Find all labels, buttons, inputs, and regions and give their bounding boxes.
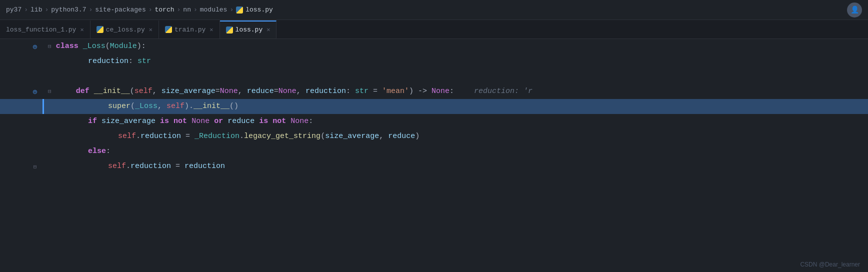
line-icons-4: ◎ (28, 84, 42, 99)
tabs-bar: loss_function_1.py ✕ ce_loss.py ✕ train.… (0, 20, 868, 39)
code-editor: ◎ ⊟ class _Loss(Module): reduction: str (0, 39, 868, 272)
line-content-3 (44, 69, 868, 84)
line-number-8 (0, 144, 28, 159)
line-icons-1: ◎ (28, 39, 42, 54)
user-avatar: 👤 (847, 2, 862, 18)
line-content-2: reduction: str (44, 54, 868, 69)
line-icons-6 (28, 114, 42, 129)
py-icon-train (165, 26, 172, 33)
line-content-9: self.reduction = reduction (44, 159, 868, 174)
tab-label-loss: loss.py (236, 26, 263, 34)
line-icons-2 (28, 54, 42, 69)
breadcrumb-torch[interactable]: torch (155, 6, 174, 14)
py-icon-ce (96, 26, 104, 33)
tab-close-train[interactable]: ✕ (210, 26, 213, 34)
tab-close-ce[interactable]: ✕ (149, 26, 152, 34)
line-content-5: super(_Loss, self).__init__() (44, 99, 868, 114)
line-content-1: ⊟ class _Loss(Module): (44, 39, 868, 54)
line-content-8: else: (44, 144, 868, 159)
line-content-7: self.reduction = _Reduction.legacy_get_s… (44, 129, 868, 144)
line-icons-5 (28, 99, 42, 114)
eye-icon-4[interactable]: ◎ (33, 88, 37, 96)
tab-close-loss[interactable]: ✕ (266, 26, 270, 34)
tab-loss[interactable]: loss.py ✕ (220, 20, 277, 38)
code-line-9: ⊟ self.reduction = reduction (0, 159, 868, 174)
tab-label-ce: ce_loss.py (106, 26, 145, 34)
breadcrumb-loss-py[interactable]: loss.py (246, 6, 273, 14)
tab-label: loss_function_1.py (6, 26, 76, 34)
py-icon-loss (226, 26, 233, 34)
tab-loss-function[interactable]: loss_function_1.py ✕ (0, 20, 90, 38)
tab-label-train: train.py (174, 26, 206, 34)
line-number-3 (0, 69, 28, 84)
code-line-2: reduction: str (0, 54, 868, 69)
tab-train[interactable]: train.py ✕ (159, 20, 220, 38)
line-content-6: if size_average is not None or reduce is… (44, 114, 868, 129)
fold-icon-4[interactable]: ⊟ (48, 86, 52, 97)
tab-ce-loss[interactable]: ce_loss.py ✕ (90, 20, 159, 38)
fold-icon-1[interactable]: ⊟ (48, 41, 52, 52)
eye-icon-1[interactable]: ◎ (33, 42, 37, 50)
code-area: ◎ ⊟ class _Loss(Module): reduction: str (0, 39, 868, 174)
line-icons-8 (28, 144, 42, 159)
line-icons-3 (28, 69, 42, 84)
code-line-8: else: (0, 144, 868, 159)
breadcrumb-py37[interactable]: py37 (6, 6, 22, 14)
code-line-6: if size_average is not None or reduce is… (0, 114, 868, 129)
line-number-1 (0, 39, 28, 54)
code-line-5: super(_Loss, self).__init__() (0, 99, 868, 114)
breadcrumb: py37 › lib › python3.7 › site-packages ›… (0, 0, 868, 20)
watermark: CSDN @Dear_learner (800, 261, 860, 268)
line-icons-7 (28, 129, 42, 144)
line-number-2 (0, 54, 28, 69)
fold-icon-9[interactable]: ⊟ (34, 164, 37, 170)
python-file-icon (236, 6, 243, 14)
line-number-9 (0, 159, 28, 174)
line-number-7 (0, 129, 28, 144)
code-line-3 (0, 69, 868, 84)
code-line-7: self.reduction = _Reduction.legacy_get_s… (0, 129, 868, 144)
code-line-4: ◎ ⊟ def __init__(self, size_average=None… (0, 84, 868, 99)
line-number-4 (0, 84, 28, 99)
line-content-4: ⊟ def __init__(self, size_average=None, … (44, 84, 868, 99)
line-number-6 (0, 114, 28, 129)
tab-close-loss-function[interactable]: ✕ (80, 26, 84, 34)
code-line-1: ◎ ⊟ class _Loss(Module): (0, 39, 868, 54)
line-number-5 (0, 99, 28, 114)
line-icons-9: ⊟ (28, 159, 42, 174)
